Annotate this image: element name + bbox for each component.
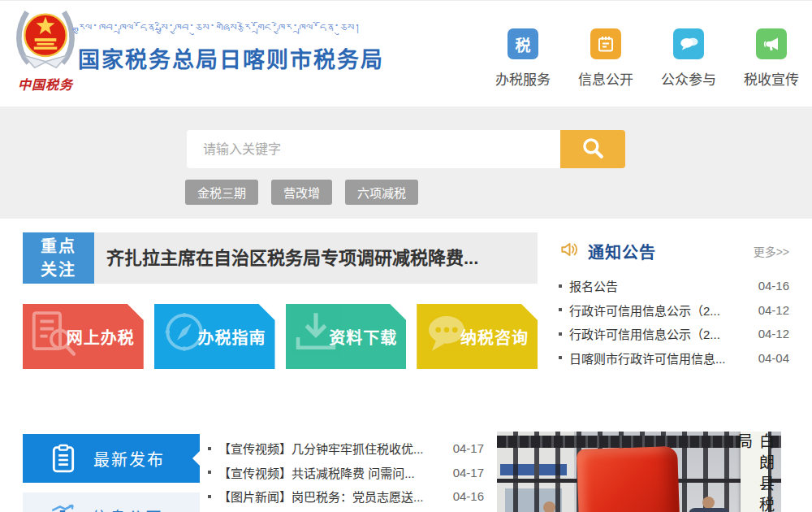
focus-label-line1: 重点: [41, 235, 76, 258]
nav-label: 办税服务: [489, 68, 557, 89]
site-title-tibetan: རྒྱལ་ཁབ་ཁྲལ་དོན་སྤྱི་ཁྱབ་ཅུས་གཞིས་རྩེ་གྲ…: [78, 22, 384, 37]
news-item[interactable]: 【各地税讯】萨迦税务：减税降费... 04-16: [208, 509, 484, 512]
quick-link-label: 资料下载: [329, 325, 397, 349]
hot-search-tags: 金税三期 营改增 六项减税: [185, 180, 418, 205]
nav-label: 税收宣传: [737, 68, 806, 89]
site-titles: རྒྱལ་ཁབ་ཁྲལ་དོན་སྤྱི་ཁྱབ་ཅུས་གཞིས་རྩེ་གྲ…: [78, 22, 384, 74]
bullet-icon: [208, 471, 211, 474]
photo-red-cloth: [577, 446, 680, 512]
quick-link-label: 办税指南: [198, 325, 266, 349]
notice-item[interactable]: 行政许可信用信息公示（2... 04-12: [559, 322, 789, 346]
bullet-icon: [559, 308, 562, 311]
clipboard-icon: [47, 442, 80, 475]
nav-item-public-participation[interactable]: 公众参与: [654, 28, 723, 89]
focus-strip: 重点 关注 齐扎拉主席在自治区税务局专项调研减税降费...: [23, 232, 538, 284]
speaker-icon: [559, 239, 580, 263]
notice-item[interactable]: 日喀则市行政许可信用信息... 04-04: [559, 346, 789, 371]
news-list: 【宣传视频】几分钟牢牢抓住税收优... 04-17 【宣传视频】共话减税降费 问…: [208, 434, 484, 512]
tax-promotion-icon: [756, 28, 787, 59]
photo-person-left: [543, 501, 555, 512]
quick-link-label: 网上办税: [67, 325, 135, 349]
header: 中国税务 རྒྱལ་ཁབ་ཁྲལ་དོན་སྤྱི་ཁྱབ་ཅུས་གཞིས་ར…: [0, 1, 812, 106]
notice-item[interactable]: 行政许可信用信息公示（2... 04-12: [559, 298, 789, 323]
content-row-top: 重点 关注 齐扎拉主席在自治区税务局专项调研减税降费... 网上办税: [23, 232, 789, 370]
quick-links: 网上办税 办税指南 资料下载: [23, 304, 538, 369]
notice-item-date: 04-12: [758, 303, 789, 317]
quick-link-label: 纳税咨询: [460, 325, 529, 349]
quick-link-consult[interactable]: 纳税咨询: [417, 304, 538, 369]
hot-tag-yinggaizeng[interactable]: 营改增: [271, 180, 332, 205]
photo-sign-text: 白朗县税务局: [732, 433, 776, 512]
notice-panel: 通知公告 更多>> 报名公告 04-16 行政许可信用信息公示（2... 04-…: [559, 232, 789, 370]
main-content: 重点 关注 齐扎拉主席在自治区税务局专项调研减税降费... 网上办税: [8, 219, 804, 512]
notice-item-title: 行政许可信用信息公示（2...: [569, 302, 750, 319]
search-icon: [579, 134, 607, 164]
focus-label-line2: 关注: [41, 258, 76, 282]
bullet-icon: [208, 495, 211, 498]
news-item[interactable]: 【宣传视频】共话减税降费 问需问... 04-17: [208, 461, 484, 485]
national-emblem-icon: [14, 61, 77, 75]
tab-info-disclosure[interactable]: 信息公开: [23, 492, 200, 512]
news-photo[interactable]: 白朗县税务局: [497, 432, 781, 512]
news-item-date: 04-17: [453, 441, 484, 455]
news-tabs: 最新发布 信息公开: [23, 434, 200, 512]
tax-service-icon: 税: [508, 28, 538, 59]
notice-item-date: 04-16: [758, 279, 789, 293]
quick-link-tax-guide[interactable]: 办税指南: [154, 304, 275, 369]
logo-caption: 中国税务: [10, 74, 81, 93]
news-item-title: 【宣传视频】共话减税降费 问需问...: [218, 464, 445, 481]
quick-link-online-tax[interactable]: 网上办税: [23, 304, 144, 369]
notice-header: 通知公告 更多>>: [559, 239, 789, 263]
notice-item[interactable]: 报名公告 04-16: [559, 274, 789, 298]
photo-person-right-body: [689, 508, 729, 512]
focus-label: 重点 关注: [23, 232, 94, 284]
tab-latest-news[interactable]: 最新发布: [23, 434, 200, 483]
notice-title: 通知公告: [588, 240, 656, 263]
hot-tag-jinshui[interactable]: 金税三期: [185, 180, 258, 205]
site-title: 国家税务总局日喀则市税务局: [78, 42, 384, 74]
news-item-title: 【图片新闻】岗巴税务：党员志愿送...: [218, 488, 445, 505]
content-row-bottom: 最新发布 信息公开 【宣传视频】几分钟牢牢抓住税收优... 04-17: [23, 434, 789, 512]
info-disclosure-icon: [590, 28, 621, 59]
notice-list: 报名公告 04-16 行政许可信用信息公示（2... 04-12 行政许可信用信…: [559, 274, 789, 370]
nav-label: 公众参与: [654, 68, 723, 89]
focus-headline-link[interactable]: 齐扎拉主席在自治区税务局专项调研减税降费...: [94, 232, 538, 284]
nav-item-tax-promotion[interactable]: 税收宣传: [737, 28, 806, 89]
news-item-date: 04-16: [453, 489, 484, 503]
hot-tag-liuxiang[interactable]: 六项减税: [345, 180, 418, 205]
search-band: 金税三期 营改增 六项减税: [0, 106, 812, 219]
notice-item-title: 报名公告: [569, 277, 750, 294]
news-item[interactable]: 【宣传视频】几分钟牢牢抓住税收优... 04-17: [208, 436, 484, 461]
tab-label: 最新发布: [93, 447, 165, 471]
notice-item-date: 04-12: [758, 327, 789, 341]
news-item-title: 【宣传视频】几分钟牢牢抓住税收优...: [218, 440, 445, 457]
photo-vertical-sign: 白朗县税务局: [741, 432, 768, 512]
nav-item-tax-service[interactable]: 税 办税服务: [489, 28, 557, 89]
notice-item-title: 行政许可信用信息公示（2...: [569, 325, 750, 342]
site-logo[interactable]: 中国税务: [10, 7, 81, 93]
tab-label: 信息公开: [92, 505, 163, 512]
nav-item-info-disclosure[interactable]: 信息公开: [572, 28, 640, 89]
bullet-icon: [559, 332, 562, 336]
public-participation-icon: [673, 28, 704, 59]
bullet-icon: [559, 284, 562, 288]
page: 中国税务 རྒྱལ་ཁབ་ཁྲལ་དོན་སྤྱི་ཁྱབ་ཅུས་གཞིས་ར…: [0, 0, 812, 512]
bullet-icon: [559, 356, 562, 359]
focus-column: 重点 关注 齐扎拉主席在自治区税务局专项调研减税降费... 网上办税: [23, 232, 538, 370]
news-item[interactable]: 【图片新闻】岗巴税务：党员志愿送... 04-16: [208, 484, 484, 509]
bar-chart-icon: [47, 501, 78, 512]
nav-label: 信息公开: [572, 68, 640, 89]
notice-item-title: 日喀则市行政许可信用信息...: [569, 349, 750, 367]
photo-person-right: [702, 497, 715, 509]
search-bar: [187, 130, 625, 168]
top-nav: 税 办税服务 信息公开 公众参与 税收宣传: [489, 28, 806, 89]
search-button[interactable]: [560, 130, 625, 168]
bullet-icon: [208, 447, 211, 450]
news-item-date: 04-17: [453, 466, 484, 479]
notice-item-date: 04-04: [758, 351, 789, 365]
search-input[interactable]: [187, 130, 560, 168]
quick-link-download[interactable]: 资料下载: [286, 304, 407, 369]
notice-more-link[interactable]: 更多>>: [754, 243, 789, 259]
